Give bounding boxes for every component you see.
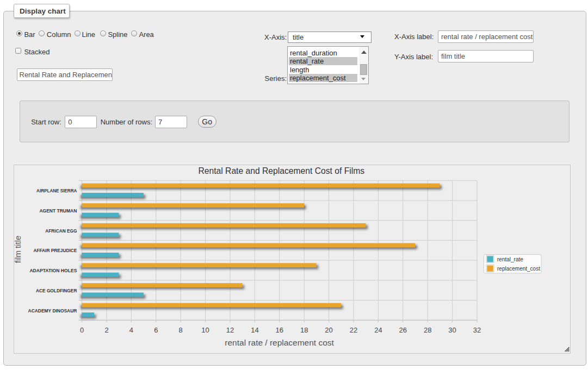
svg-text:20: 20 xyxy=(325,326,332,334)
svg-text:32: 32 xyxy=(473,326,481,334)
svg-text:Rental Rate and Replacement Co: Rental Rate and Replacement Cost of Film… xyxy=(198,166,364,175)
svg-text:0: 0 xyxy=(80,326,84,334)
svg-text:AFRICAN EGG: AFRICAN EGG xyxy=(45,228,77,234)
svg-text:16: 16 xyxy=(276,326,283,334)
svg-text:8: 8 xyxy=(179,326,183,334)
svg-text:AIRPLANE SIERRA: AIRPLANE SIERRA xyxy=(36,187,77,193)
svg-text:26: 26 xyxy=(399,326,407,334)
svg-text:28: 28 xyxy=(424,326,431,334)
svg-text:14: 14 xyxy=(251,326,258,334)
svg-text:2: 2 xyxy=(104,326,108,334)
svg-text:4: 4 xyxy=(129,326,133,334)
svg-text:18: 18 xyxy=(300,326,308,334)
svg-text:30: 30 xyxy=(448,326,456,334)
svg-text:rental rate / replacement cost: rental rate / replacement cost xyxy=(225,338,334,347)
svg-text:22: 22 xyxy=(350,326,357,334)
svg-text:rental_rate: rental_rate xyxy=(497,256,523,262)
svg-text:ADAPTATION HOLES: ADAPTATION HOLES xyxy=(29,267,77,273)
svg-text:24: 24 xyxy=(374,326,382,334)
svg-text:AGENT TRUMAN: AGENT TRUMAN xyxy=(39,208,77,214)
svg-text:6: 6 xyxy=(154,326,158,334)
svg-text:ACE GOLDFINGER: ACE GOLDFINGER xyxy=(36,287,77,293)
svg-text:10: 10 xyxy=(201,326,209,334)
svg-text:12: 12 xyxy=(226,326,234,334)
svg-text:AFFAIR PREJUDICE: AFFAIR PREJUDICE xyxy=(33,247,77,253)
svg-text:ACADEMY DINOSAUR: ACADEMY DINOSAUR xyxy=(28,308,77,313)
svg-text:replacement_cost: replacement_cost xyxy=(497,266,540,272)
svg-text:film title: film title xyxy=(14,236,22,264)
